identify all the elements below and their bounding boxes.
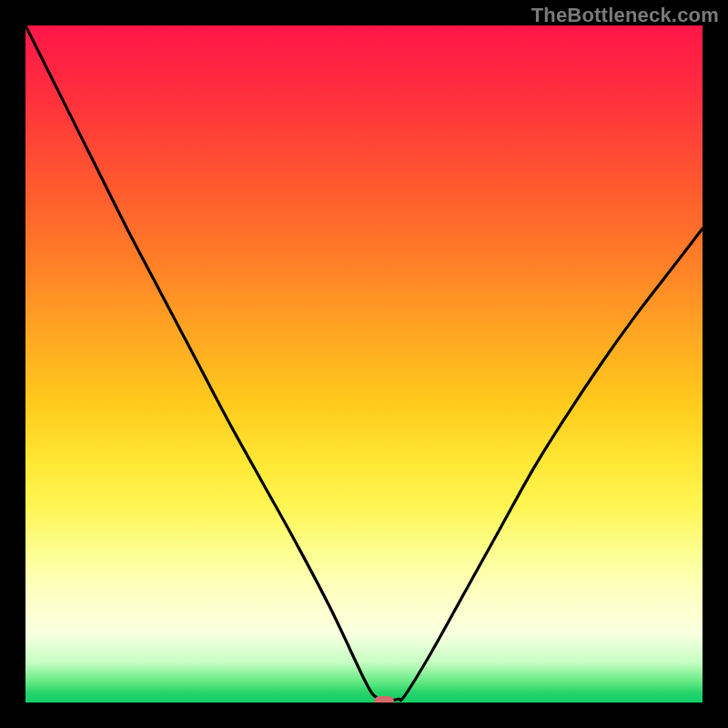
watermark-text: TheBottleneck.com <box>531 4 719 27</box>
plot-area <box>25 25 703 703</box>
chart-frame: TheBottleneck.com <box>0 0 728 728</box>
curve-svg <box>25 25 703 703</box>
bottleneck-curve <box>25 25 703 703</box>
minimum-marker <box>374 696 394 703</box>
